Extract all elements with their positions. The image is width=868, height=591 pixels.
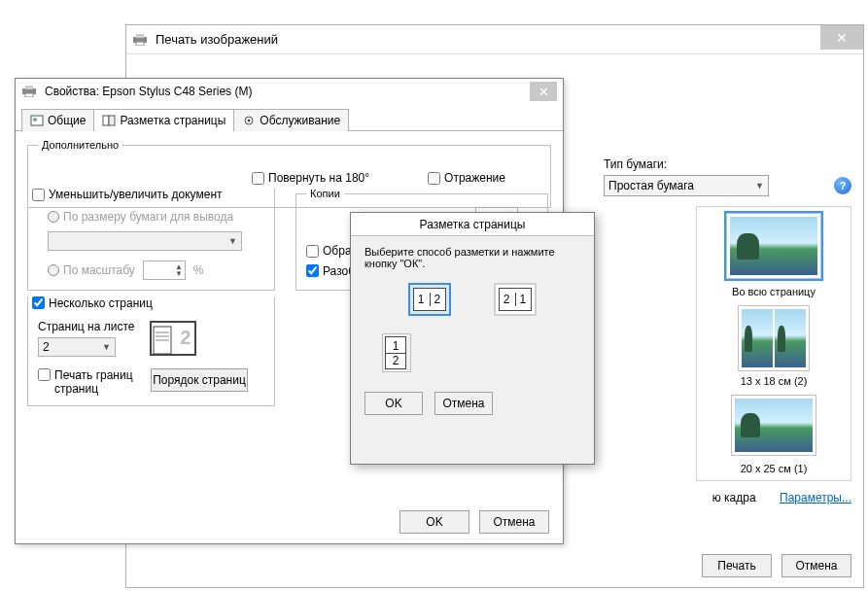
layout-thumb-strip[interactable]: Во всю страницу 13 x 18 см (2) 20 x 25 с… [696, 206, 851, 481]
layout-vert-icon: 1 2 [385, 336, 406, 369]
svg-rect-9 [109, 116, 115, 125]
paper-type-value: Простая бумага [608, 179, 694, 192]
tab-maint-label: Обслуживание [260, 114, 340, 127]
layout-21-icon: 21 [499, 288, 532, 311]
thumb-13x18[interactable]: 13 x 18 см (2) [738, 305, 810, 387]
cancel-button[interactable]: Отмена [434, 392, 493, 415]
close-icon[interactable]: ✕ [820, 25, 863, 50]
chevron-down-icon: ▼ [228, 236, 237, 246]
chevron-down-icon: ▼ [755, 181, 764, 191]
layout-option-12[interactable]: 12 [408, 283, 451, 316]
svg-rect-8 [103, 116, 109, 125]
tab-layout-label: Разметка страницы [120, 114, 226, 127]
svg-rect-1 [136, 34, 144, 38]
mirror-checkbox[interactable]: Отражение [428, 171, 505, 185]
frame-text-fragment: ю кадра [712, 491, 756, 504]
parameters-link[interactable]: Параметры... [780, 491, 851, 504]
pages-preview-icon: 2 [150, 321, 196, 356]
cancel-button[interactable]: Отмена [781, 554, 851, 577]
print-borders-checkbox[interactable]: Печать границ страниц [38, 368, 135, 396]
layout-option-21[interactable]: 21 [494, 283, 537, 316]
landscape-thumb-icon [735, 399, 813, 452]
layout-icon [102, 115, 116, 126]
thumb-1318-label: 13 x 18 см (2) [738, 375, 810, 387]
printer-icon [21, 86, 37, 97]
props-titlebar: Свойства: Epson Stylus C48 Series (M) ✕ [16, 79, 563, 104]
thumb-2025-label: 20 x 25 см (1) [731, 463, 816, 474]
output-size-select: ▼ [48, 231, 242, 251]
thumb-full-label: Во всю страницу [726, 286, 821, 297]
modal-title: Разметка страницы [351, 213, 594, 236]
page-order-button[interactable]: Порядок страниц [151, 368, 248, 392]
modal-message: Выберите способ разметки и нажмите кнопк… [365, 246, 580, 269]
cancel-button[interactable]: Отмена [479, 510, 549, 534]
by-scale-radio: По масштабу [48, 263, 135, 277]
page-order-modal: Разметка страницы Выберите способ размет… [350, 212, 595, 465]
scale-pct-spinner: ▲▼ [143, 261, 186, 280]
print-button[interactable]: Печать [702, 554, 772, 577]
ok-button[interactable]: OK [399, 510, 469, 534]
by-output-radio: По размеру бумаги для вывода [48, 210, 233, 224]
tab-general-label: Общие [48, 114, 86, 127]
tab-strip: Общие Разметка страницы Обслуживание [16, 108, 563, 131]
chevron-down-icon: ▼ [102, 342, 111, 352]
pct-label: % [193, 263, 204, 277]
help-icon[interactable]: ? [834, 177, 851, 194]
landscape-thumb-icon [742, 309, 773, 367]
close-icon[interactable]: ✕ [530, 82, 557, 101]
tab-layout[interactable]: Разметка страницы [93, 109, 234, 131]
paper-type-label: Тип бумаги: [604, 157, 851, 171]
page-icon [30, 115, 44, 126]
ok-button[interactable]: OK [365, 392, 423, 415]
right-panel: Тип бумаги: Простая бумага ▼ ? Во всю ст… [604, 62, 851, 504]
multi-page-checkbox[interactable]: Несколько страниц [32, 296, 153, 310]
landscape-thumb-icon [730, 217, 817, 275]
copies-legend: Копии [306, 188, 344, 199]
props-title: Свойства: Epson Stylus C48 Series (M) [45, 85, 252, 98]
pages-per-sheet-select[interactable]: 2▼ [38, 337, 116, 357]
landscape-thumb-icon [775, 309, 806, 367]
gear-icon [242, 115, 256, 126]
svg-rect-4 [25, 86, 33, 89]
fieldset-multi: Несколько страниц Страниц на листе 2▼ 2 … [27, 296, 275, 407]
layout-option-vertical[interactable]: 1 2 [382, 333, 411, 372]
printer-icon [132, 34, 148, 46]
print-window-title: Печать изображений [156, 32, 278, 47]
print-titlebar: Печать изображений [126, 25, 863, 54]
layout-12-icon: 12 [413, 288, 446, 311]
thumb-20x25[interactable]: 20 x 25 см (1) [731, 395, 816, 474]
svg-rect-2 [136, 42, 144, 46]
tab-general[interactable]: Общие [21, 109, 94, 131]
fs-extra-legend: Дополнительно [38, 139, 122, 151]
svg-rect-5 [25, 93, 33, 97]
svg-point-11 [248, 120, 251, 122]
tab-maintenance[interactable]: Обслуживание [233, 109, 349, 131]
pages-per-sheet-label: Страниц на листе [38, 320, 134, 333]
fieldset-scale: Уменьшить/увеличить документ По размеру … [27, 188, 275, 291]
paper-type-select[interactable]: Простая бумага ▼ [604, 175, 769, 196]
svg-point-7 [33, 118, 37, 122]
scale-doc-checkbox[interactable]: Уменьшить/увеличить документ [32, 188, 223, 201]
svg-rect-6 [31, 116, 43, 125]
thumb-full-page[interactable]: Во всю страницу [726, 213, 821, 297]
rotate-180-checkbox[interactable]: Повернуть на 180° [252, 171, 369, 185]
